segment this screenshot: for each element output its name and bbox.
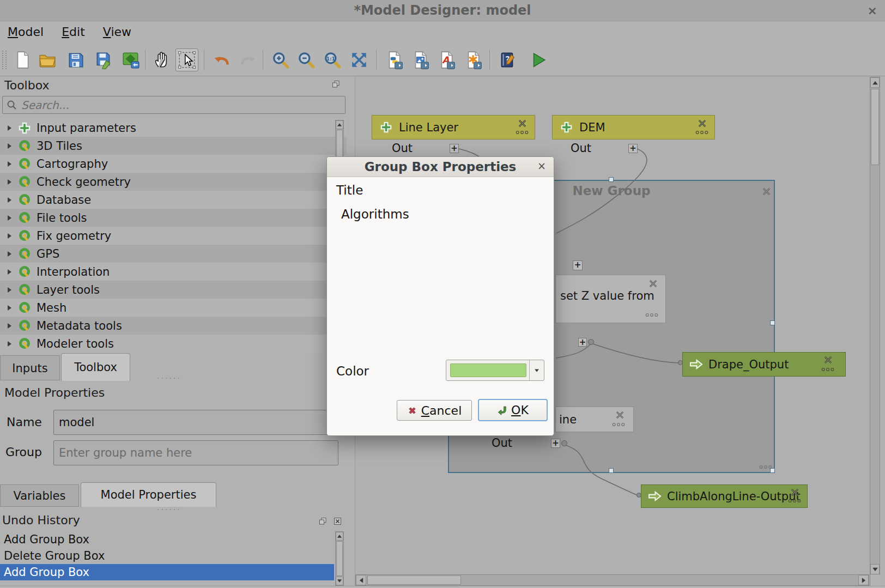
node-dem[interactable]: DEM xyxy=(552,115,715,140)
expand-socket-button[interactable]: + xyxy=(551,439,560,448)
toolbox-item-fix-geometry[interactable]: Fix geometry xyxy=(0,227,347,245)
expand-socket-button[interactable]: + xyxy=(578,338,587,347)
canvas-h-scrollbar[interactable] xyxy=(355,574,869,586)
undo-button[interactable] xyxy=(210,49,233,71)
tab-toolbox[interactable]: Toolbox xyxy=(61,353,130,381)
scroll-down-button[interactable] xyxy=(870,564,880,574)
zoom-out-button[interactable] xyxy=(295,49,318,71)
tab-model-properties[interactable]: Model Properties xyxy=(81,482,216,507)
expander-icon[interactable] xyxy=(8,323,11,329)
expand-socket-button[interactable]: + xyxy=(573,260,583,270)
export-as-image-button[interactable] xyxy=(409,49,432,71)
node-line-layer[interactable]: Line Layer xyxy=(372,115,535,140)
splitter-handle[interactable]: ······ xyxy=(157,505,181,514)
expander-icon[interactable] xyxy=(8,287,11,293)
zoom-in-button[interactable] xyxy=(269,49,292,71)
expand-socket-button[interactable]: + xyxy=(628,144,638,153)
node-climbalongline[interactable]: ine xyxy=(555,407,634,432)
zoom-actual-button[interactable]: 1:1 xyxy=(321,49,344,71)
save-model-button[interactable] xyxy=(64,49,87,71)
undo-item[interactable]: Delete Group Box xyxy=(0,548,334,564)
ok-button[interactable]: OK xyxy=(478,399,548,421)
toolbox-item-layer-tools[interactable]: Layer tools xyxy=(0,281,347,299)
splitter-handle[interactable]: ······ xyxy=(157,374,181,383)
undo-item-selected[interactable]: Add Group Box xyxy=(0,564,334,580)
expander-icon[interactable] xyxy=(8,179,11,185)
toolbar-grip[interactable] xyxy=(2,51,7,69)
selection-handle[interactable] xyxy=(770,468,775,473)
dialog-titlebar[interactable]: Group Box Properties xyxy=(327,157,554,177)
toolbox-item-interpolation[interactable]: Interpolation xyxy=(0,263,347,281)
expander-icon[interactable] xyxy=(8,197,11,203)
node-set-z-value[interactable]: set Z value from xyxy=(555,275,666,323)
export-as-svg-button[interactable] xyxy=(462,49,484,71)
scrollbar-thumb[interactable] xyxy=(336,541,343,576)
expander-icon[interactable] xyxy=(8,269,11,275)
scroll-down-button[interactable] xyxy=(336,577,343,585)
expand-socket-button[interactable]: + xyxy=(450,144,459,153)
toolbox-item-cartography[interactable]: Cartography xyxy=(0,155,347,173)
node-climbalongline-output[interactable]: ClimbAlongLine-Output xyxy=(641,484,808,508)
toolbox-item-3d-tiles[interactable]: 3D Tiles xyxy=(0,137,347,155)
scroll-left-button[interactable] xyxy=(356,575,366,585)
expander-icon[interactable] xyxy=(8,215,11,221)
color-dropdown-arrow-zone[interactable] xyxy=(529,360,544,380)
expander-icon[interactable] xyxy=(8,143,11,149)
expander-icon[interactable] xyxy=(8,233,11,239)
undo-history-close-icon[interactable] xyxy=(334,517,342,528)
toolbox-item-file-tools[interactable]: File tools xyxy=(0,209,347,227)
search-input[interactable] xyxy=(2,96,345,114)
selection-handle[interactable] xyxy=(609,468,614,473)
group-field[interactable] xyxy=(53,440,338,465)
run-model-button[interactable] xyxy=(526,49,549,71)
canvas-v-scrollbar[interactable] xyxy=(870,77,880,586)
menu-view[interactable]: View xyxy=(95,22,139,42)
toolbox-item-modeler-tools[interactable]: Modeler tools xyxy=(0,335,347,353)
expander-icon[interactable] xyxy=(8,341,11,347)
scrollbar-thumb[interactable] xyxy=(367,575,461,585)
name-field[interactable] xyxy=(53,410,346,435)
color-dropdown[interactable] xyxy=(446,360,544,381)
window-close-icon[interactable]: × xyxy=(868,4,877,17)
menu-model[interactable]: Model xyxy=(0,22,51,42)
redo-button[interactable] xyxy=(237,49,259,71)
undo-item[interactable]: Add Group Box xyxy=(0,531,334,548)
node-drape-output[interactable]: Drape_Output xyxy=(682,352,846,377)
selection-handle[interactable] xyxy=(609,177,614,182)
new-model-button[interactable] xyxy=(11,49,34,71)
toolbox-item-metadata-tools[interactable]: Metadata tools xyxy=(0,317,347,335)
toolbox-item-gps[interactable]: GPS xyxy=(0,245,347,263)
scroll-up-button[interactable] xyxy=(336,532,343,541)
toolbox-item-mesh[interactable]: Mesh xyxy=(0,299,347,317)
toolbox-item-check-geometry[interactable]: Check geometry xyxy=(0,173,347,191)
toolbox-float-icon[interactable] xyxy=(332,80,340,90)
tab-inputs[interactable]: Inputs xyxy=(0,355,60,380)
expander-icon[interactable] xyxy=(8,305,11,311)
scroll-right-button[interactable] xyxy=(858,575,869,585)
export-as-pdf-button[interactable]: A xyxy=(435,49,458,71)
save-model-in-project-button[interactable] xyxy=(119,49,142,71)
toolbox-item-input-parameters[interactable]: Input parameters xyxy=(0,119,347,137)
help-button[interactable]: ? xyxy=(496,49,519,71)
cancel-button[interactable]: Cancel xyxy=(397,400,472,421)
select-tool-button[interactable] xyxy=(175,49,198,71)
group-title-textedit[interactable]: Algorithms xyxy=(335,203,547,361)
export-as-python-button[interactable] xyxy=(383,49,405,71)
zoom-full-button[interactable] xyxy=(348,49,371,71)
menu-edit[interactable]: Edit xyxy=(54,22,93,42)
toolbox-item-database[interactable]: Database xyxy=(0,191,347,209)
node-remove-icon[interactable] xyxy=(648,278,658,292)
tab-variables[interactable]: Variables xyxy=(0,484,79,507)
save-model-as-button[interactable] xyxy=(93,49,116,71)
scrollbar-thumb[interactable] xyxy=(871,89,879,165)
undo-history-float-icon[interactable] xyxy=(319,517,327,528)
open-model-button[interactable] xyxy=(36,49,59,71)
dialog-close-icon[interactable]: × xyxy=(537,160,546,172)
scroll-up-button[interactable] xyxy=(336,120,343,129)
expander-icon[interactable] xyxy=(8,125,11,131)
expander-icon[interactable] xyxy=(8,161,11,167)
scroll-up-button[interactable] xyxy=(870,77,880,88)
pan-tool-button[interactable] xyxy=(150,49,173,71)
undo-history-scrollbar[interactable] xyxy=(335,531,344,586)
expander-icon[interactable] xyxy=(8,251,11,257)
